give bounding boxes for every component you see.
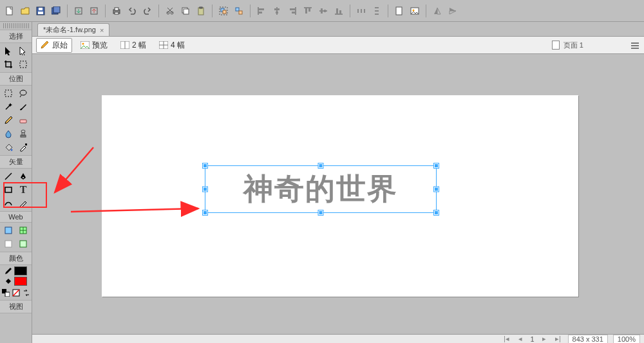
cut-button[interactable] xyxy=(163,4,177,18)
page-number: 1 xyxy=(530,335,534,343)
page-indicator[interactable]: 页面 1 xyxy=(552,41,583,50)
align-right-button[interactable] xyxy=(285,4,299,18)
resize-handle-tr[interactable] xyxy=(434,163,439,168)
rectangle-tool[interactable] xyxy=(1,183,15,196)
view-preview-label: 预览 xyxy=(92,40,108,51)
insert-page-button[interactable] xyxy=(392,4,406,18)
zoom-level[interactable]: 100% xyxy=(613,335,640,344)
svg-rect-38 xyxy=(336,8,338,14)
next-page-button[interactable]: ▸ xyxy=(540,335,549,343)
last-page-button[interactable]: ▸| xyxy=(554,335,563,343)
resize-handle-tm[interactable] xyxy=(319,163,323,168)
first-page-button[interactable]: |◂ xyxy=(502,335,511,343)
panel-options-icon[interactable] xyxy=(630,40,640,50)
export-area-tool[interactable] xyxy=(16,58,30,71)
pointer-tool[interactable] xyxy=(1,44,15,57)
distribute-h-button[interactable] xyxy=(354,4,368,18)
eraser-tool[interactable] xyxy=(16,114,30,127)
svg-rect-50 xyxy=(5,90,12,97)
align-top-button[interactable] xyxy=(301,4,315,18)
section-vector-label: 矢量 xyxy=(0,155,32,169)
show-slices-tool[interactable] xyxy=(16,237,30,250)
swap-colors-button[interactable] xyxy=(22,288,31,297)
section-view-label: 视图 xyxy=(0,300,32,313)
flip-v-button[interactable] xyxy=(446,4,460,18)
panel-grip[interactable] xyxy=(3,23,29,28)
align-center-h-button[interactable] xyxy=(270,4,284,18)
slice-tool[interactable] xyxy=(16,224,30,237)
paint-bucket-tool[interactable] xyxy=(1,141,15,154)
view-preview-button[interactable]: 预览 xyxy=(76,38,112,53)
new-file-button[interactable] xyxy=(3,4,17,18)
export-button[interactable] xyxy=(87,4,101,18)
redo-button[interactable] xyxy=(140,4,155,18)
pen-tool[interactable] xyxy=(16,170,30,183)
open-file-button[interactable] xyxy=(18,4,32,18)
prev-page-button[interactable]: ◂ xyxy=(516,335,525,343)
magic-wand-tool[interactable] xyxy=(1,100,15,113)
paste-button[interactable] xyxy=(194,4,208,18)
print-button[interactable] xyxy=(109,4,124,18)
svg-rect-32 xyxy=(305,8,307,14)
line-tool[interactable] xyxy=(1,170,15,183)
flip-h-button[interactable] xyxy=(430,4,444,18)
insert-image-button[interactable] xyxy=(408,4,422,18)
save-button[interactable] xyxy=(33,4,48,18)
view-original-button[interactable]: 原始 xyxy=(36,38,72,53)
svg-rect-60 xyxy=(5,227,12,234)
document-tab-title: *未命名-1.fw.png xyxy=(43,25,96,35)
resize-handle-bl[interactable] xyxy=(203,210,207,215)
no-color-button[interactable] xyxy=(12,288,21,297)
marquee-tool[interactable] xyxy=(1,87,15,100)
subselect-tool[interactable] xyxy=(16,44,30,57)
stroke-color-swatch[interactable] xyxy=(14,266,27,275)
four-up-icon xyxy=(159,41,168,49)
resize-handle-br[interactable] xyxy=(434,210,439,215)
knife-tool[interactable] xyxy=(16,197,30,210)
resize-handle-bm[interactable] xyxy=(319,210,323,215)
toolbar-separator xyxy=(250,5,251,17)
canvas-viewport[interactable]: 神奇的世界 xyxy=(32,54,644,334)
svg-rect-14 xyxy=(184,9,189,14)
freeform-tool[interactable] xyxy=(1,197,15,210)
lasso-tool[interactable] xyxy=(16,87,30,100)
distribute-v-button[interactable] xyxy=(370,4,384,18)
resize-handle-mr[interactable] xyxy=(434,187,439,192)
undo-button[interactable] xyxy=(125,4,139,18)
blur-tool[interactable] xyxy=(1,127,15,140)
canvas[interactable]: 神奇的世界 xyxy=(102,95,578,297)
align-bottom-button[interactable] xyxy=(332,4,346,18)
align-left-button[interactable] xyxy=(254,4,269,18)
section-bitmap-label: 位图 xyxy=(0,72,32,86)
crop-tool[interactable] xyxy=(1,58,15,71)
pencil-tool[interactable] xyxy=(1,114,15,127)
eyedropper-tool[interactable] xyxy=(16,141,30,154)
selected-text-object[interactable]: 神奇的世界 xyxy=(205,165,437,213)
svg-line-57 xyxy=(5,173,12,180)
hide-slices-tool[interactable] xyxy=(1,237,15,250)
copy-button[interactable] xyxy=(178,4,193,18)
resize-handle-ml[interactable] xyxy=(203,187,207,192)
default-colors-button[interactable] xyxy=(1,288,10,297)
import-button[interactable] xyxy=(71,4,86,18)
rubber-stamp-tool[interactable] xyxy=(16,127,30,140)
view-4up-button[interactable]: 4 幅 xyxy=(155,38,189,53)
document-tab[interactable]: *未命名-1.fw.png × xyxy=(37,23,109,36)
toolbar-separator xyxy=(158,5,159,17)
fill-color-swatch[interactable] xyxy=(14,277,27,286)
text-tool[interactable]: T xyxy=(16,183,30,196)
toolbar-separator xyxy=(426,5,426,17)
hotspot-tool[interactable] xyxy=(1,224,15,237)
save-all-button[interactable] xyxy=(49,4,63,18)
brush-tool[interactable] xyxy=(16,100,30,113)
section-select-label: 选择 xyxy=(0,30,32,43)
view-2up-button[interactable]: 2 幅 xyxy=(116,38,151,53)
close-tab-icon[interactable]: × xyxy=(100,26,104,34)
svg-line-80 xyxy=(55,147,93,192)
resize-handle-tl[interactable] xyxy=(203,163,207,168)
svg-rect-59 xyxy=(5,187,12,192)
svg-rect-24 xyxy=(259,12,262,14)
align-center-v-button[interactable] xyxy=(316,4,330,18)
ungroup-button[interactable] xyxy=(232,4,246,18)
group-button[interactable] xyxy=(216,4,231,18)
